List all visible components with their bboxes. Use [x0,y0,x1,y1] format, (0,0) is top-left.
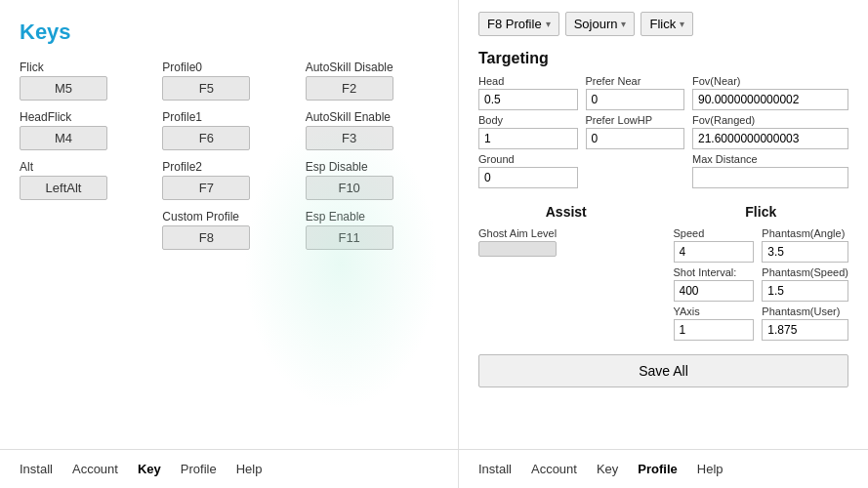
prefer-near-label: Prefer Near [586,75,685,87]
fov-ranged-label: Fov(Ranged) [692,114,848,126]
targeting-title: Targeting [478,50,848,67]
bottom-sections: Assist Ghost Aim Level Flick Speed Phant… [478,204,848,341]
max-distance-label: Max Distance [692,153,848,165]
headflick-key-item: HeadFlick M4 [20,110,152,150]
hero-dropdown-label: Sojourn [574,17,618,31]
phantasm-speed-input[interactable] [762,280,848,302]
left-panel: Keys Flick M5 HeadFlick M4 Alt LeftAlt [0,0,459,449]
custom-profile-button[interactable]: F8 [162,225,250,250]
right-nav-help[interactable]: Help [697,462,723,476]
left-nav-account[interactable]: Account [72,462,118,476]
prefer-lowhp-input[interactable] [586,128,685,149]
phantasm-speed-field-group: Phantasm(Speed) [762,266,848,302]
phantasm-user-input[interactable] [762,319,848,341]
right-nav-profile[interactable]: Profile [638,462,677,476]
left-nav-help[interactable]: Help [236,462,263,476]
esp-enable-key-item: Esp Enable F11 [306,210,438,250]
speed-input[interactable] [674,241,755,263]
profile1-label: Profile1 [162,110,295,124]
targeting-rows: Head Body Ground Prefer Near [478,75,848,188]
profile1-button[interactable]: F6 [162,126,250,150]
prefer-near-input[interactable] [586,89,685,110]
autoskill-disable-button[interactable]: F2 [306,76,393,101]
phantasm-angle-input[interactable] [762,241,848,263]
autoskill-disable-label: AutoSkill Disable [306,61,438,74]
phantasm-user-label: Phantasm(User) [762,305,848,317]
targeting-col-left: Head Body Ground [478,75,578,188]
prefer-lowhp-field-group: Prefer LowHP [586,114,685,149]
esp-disable-button[interactable]: F10 [306,176,393,200]
left-nav-key[interactable]: Key [138,462,161,476]
shot-interval-input[interactable] [674,280,755,302]
flick-key-item: Flick M5 [20,61,152,101]
key-col-3: AutoSkill Disable F2 AutoSkill Enable F3… [306,61,438,260]
assist-title: Assist [478,204,654,220]
targeting-col-mid: Prefer Near Prefer LowHP [586,75,685,188]
phantasm-angle-label: Phantasm(Angle) [762,227,848,239]
yaxis-input[interactable] [674,319,755,341]
prefer-lowhp-label: Prefer LowHP [586,114,685,126]
profile0-button[interactable]: F5 [162,76,250,101]
custom-profile-label: Custom Profile [162,210,295,224]
ghost-aim-label: Ghost Aim Level [478,227,654,239]
head-input[interactable] [478,89,578,110]
ground-label: Ground [478,153,578,165]
keys-title: Keys [20,20,438,45]
targeting-section: Targeting Head Body Ground [478,50,848,188]
hero-dropdown[interactable]: Sojourn ▾ [565,12,636,36]
custom-profile-key-item: Custom Profile F8 [162,210,295,250]
profile0-label: Profile0 [162,61,295,74]
max-distance-input[interactable] [692,167,848,188]
speed-field-group: Speed [674,227,755,263]
left-nav-install[interactable]: Install [20,462,53,476]
keys-grid: Flick M5 HeadFlick M4 Alt LeftAlt Profil… [20,61,438,260]
esp-disable-label: Esp Disable [306,160,438,174]
save-all-button[interactable]: Save All [478,354,848,387]
ghost-aim-slider[interactable] [478,241,557,257]
targeting-col-right: Fov(Near) Fov(Ranged) Max Distance [692,75,848,188]
body-input[interactable] [478,128,578,149]
ground-input[interactable] [478,167,578,188]
esp-enable-label: Esp Enable [306,210,438,224]
right-nav-install[interactable]: Install [478,462,512,476]
yaxis-field-group: YAxis [674,305,755,341]
profile0-key-item: Profile0 F5 [162,61,295,101]
autoskill-enable-button[interactable]: F3 [306,126,393,150]
right-nav-account[interactable]: Account [531,462,577,476]
key-col-1: Flick M5 HeadFlick M4 Alt LeftAlt [20,61,152,260]
esp-enable-button[interactable]: F11 [306,225,393,250]
mode-dropdown[interactable]: Flick ▾ [641,12,693,36]
profile-chevron-icon: ▾ [546,19,551,29]
fov-near-label: Fov(Near) [692,75,848,87]
assist-section: Assist Ghost Aim Level [478,204,654,341]
shot-interval-field-group: Shot Interval: [674,266,755,302]
headflick-button[interactable]: M4 [20,126,107,150]
fov-near-field-group: Fov(Near) [692,75,848,110]
max-distance-field-group: Max Distance [692,153,848,188]
body-field-group: Body [478,114,578,149]
profile-bar: F8 Profile ▾ Sojourn ▾ Flick ▾ [478,12,848,36]
profile-dropdown[interactable]: F8 Profile ▾ [478,12,559,36]
profile2-button[interactable]: F7 [162,176,250,200]
phantasm-speed-label: Phantasm(Speed) [762,266,848,278]
fov-near-input[interactable] [692,89,848,110]
ghost-aim-group: Ghost Aim Level [478,227,654,257]
left-nav: Install Account Key Profile Help [0,450,459,488]
phantasm-user-field-group: Phantasm(User) [762,305,848,341]
alt-button[interactable]: LeftAlt [20,176,107,200]
flick-fields: Speed Phantasm(Angle) Shot Interval: Pha… [674,227,849,341]
prefer-near-field-group: Prefer Near [586,75,685,110]
left-nav-profile[interactable]: Profile [181,462,217,476]
profile2-key-item: Profile2 F7 [162,160,295,200]
flick-title: Flick [674,204,849,220]
right-nav-key[interactable]: Key [597,462,618,476]
flick-button[interactable]: M5 [20,76,107,101]
profile-dropdown-label: F8 Profile [487,17,542,31]
head-field-group: Head [478,75,578,110]
body-label: Body [478,114,578,126]
shot-interval-label: Shot Interval: [674,266,755,278]
fov-ranged-input[interactable] [692,128,848,149]
ground-field-group: Ground [478,153,578,188]
fov-ranged-field-group: Fov(Ranged) [692,114,848,149]
autoskill-disable-key-item: AutoSkill Disable F2 [306,61,438,101]
